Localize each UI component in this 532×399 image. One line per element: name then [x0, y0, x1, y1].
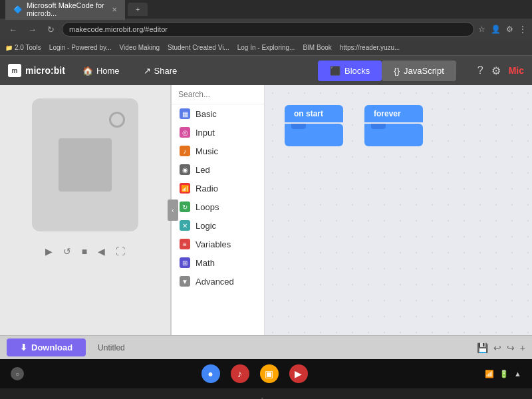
- time-display: ▲: [514, 370, 521, 378]
- taskbar-video[interactable]: ▶: [289, 364, 308, 383]
- bookmark-6[interactable]: BIM Book: [303, 44, 331, 51]
- advanced-icon: ▼: [180, 276, 190, 287]
- profile-icon[interactable]: 👤: [491, 25, 501, 34]
- share-icon: ↗: [144, 66, 151, 76]
- save-icon[interactable]: 💾: [477, 342, 488, 353]
- share-button[interactable]: ↗ Share: [137, 63, 184, 78]
- sim-device: [32, 98, 138, 231]
- app-logo: m micro:bit: [8, 64, 65, 77]
- back-btn[interactable]: ←: [5, 23, 21, 36]
- hp-logo: hp: [260, 396, 271, 399]
- menu-icon[interactable]: ⋮: [519, 25, 527, 34]
- taskbar-music[interactable]: ♪: [231, 364, 249, 383]
- sim-play-btn[interactable]: ▶: [43, 243, 55, 259]
- sim-circle: [109, 112, 125, 128]
- bookmark-2[interactable]: Login - Powered by...: [49, 44, 112, 51]
- sim-audio-btn[interactable]: ◀: [95, 243, 108, 259]
- wifi-icon: 📶: [485, 370, 494, 378]
- bookmark-5[interactable]: Log In - Exploring...: [237, 44, 295, 51]
- laptop-bezel: hp: [0, 388, 532, 399]
- loops-icon: ↻: [180, 201, 190, 212]
- home-button[interactable]: 🏠 Home: [76, 63, 126, 78]
- logo-text: micro:bit: [25, 65, 65, 76]
- category-logic[interactable]: ✕ Logic: [172, 216, 264, 235]
- header-tabs: ⬛ Blocks {} JavaScript: [318, 61, 456, 81]
- taskbar-files[interactable]: ▣: [260, 364, 279, 383]
- radio-icon: 📶: [180, 183, 190, 194]
- tab-blocks[interactable]: ⬛ Blocks: [318, 61, 382, 81]
- category-radio[interactable]: 📶 Radio: [172, 179, 264, 198]
- microsoft-logo: Mic: [509, 65, 524, 76]
- home-icon: 🏠: [82, 66, 93, 76]
- sim-screen: [59, 138, 112, 192]
- search-input[interactable]: [178, 90, 278, 99]
- sim-fullscreen-btn[interactable]: ⛶: [113, 243, 128, 259]
- zoom-in-icon[interactable]: +: [520, 342, 525, 353]
- forever-notch: [371, 124, 386, 129]
- tab-favicon: 🔷: [13, 5, 23, 14]
- sim-restart-btn[interactable]: ↺: [61, 243, 74, 259]
- tab-javascript[interactable]: {} JavaScript: [382, 61, 456, 81]
- tab-label: Microsoft MakeCode for micro:b...: [27, 1, 108, 17]
- taskbar: ○ ● ♪ ▣ ▶ 📶 🔋 ▲: [0, 359, 532, 388]
- undo-icon[interactable]: ↩: [493, 342, 501, 353]
- on-start-body: [285, 124, 343, 146]
- category-input[interactable]: ◎ Input: [172, 123, 264, 142]
- redo-icon[interactable]: ↪: [507, 342, 515, 353]
- app-header: m micro:bit 🏠 Home ↗ Share ⬛ Blocks {} J…: [0, 56, 532, 85]
- bookmark-7[interactable]: https://reader.yuzu...: [340, 44, 400, 51]
- bookmark-3[interactable]: Video Making: [120, 44, 160, 51]
- category-led[interactable]: ◉ Led: [172, 160, 264, 179]
- search-bar: 🔍: [172, 85, 264, 104]
- bookmark-folder-icon: 📁: [5, 45, 13, 51]
- blocks-icon: ⬛: [330, 66, 340, 76]
- math-icon: ⊞: [180, 257, 190, 268]
- reload-btn[interactable]: ↻: [44, 23, 58, 36]
- taskbar-right: 📶 🔋 ▲: [485, 370, 521, 378]
- address-bar[interactable]: makecode.microbit.org/#editor: [62, 22, 474, 37]
- taskbar-chrome[interactable]: ●: [201, 364, 220, 383]
- new-tab-btn[interactable]: +: [128, 3, 148, 16]
- header-right: ? ⚙ Mic: [477, 65, 524, 77]
- block-forever[interactable]: forever: [364, 105, 423, 146]
- category-math[interactable]: ⊞ Math: [172, 253, 264, 272]
- led-icon: ◉: [180, 164, 190, 175]
- music-icon: ♪: [180, 146, 190, 156]
- battery-icon: 🔋: [499, 370, 509, 378]
- editor-area[interactable]: on start forever: [265, 85, 532, 335]
- category-music[interactable]: ♪ Music: [172, 142, 264, 160]
- forever-body: [364, 124, 423, 146]
- taskbar-circle: ○: [11, 367, 24, 380]
- category-basic[interactable]: ▦ Basic: [172, 104, 264, 123]
- download-button[interactable]: ⬇ Download: [7, 338, 86, 356]
- category-advanced[interactable]: ▼ Advanced: [172, 272, 264, 291]
- bookmark-1[interactable]: 📁 2.0 Tools: [5, 44, 41, 51]
- help-icon[interactable]: ?: [477, 65, 483, 76]
- category-variables[interactable]: ≡ Variables: [172, 235, 264, 253]
- blocks-panel: 🔍 ▦ Basic ◎ Input ♪ Music ◉ Led 📶 Radio: [172, 85, 265, 335]
- sim-stop-btn[interactable]: ■: [79, 243, 90, 259]
- forward-btn[interactable]: →: [25, 23, 40, 36]
- block-on-start[interactable]: on start: [285, 105, 343, 146]
- active-tab[interactable]: 🔷 Microsoft MakeCode for micro:b... ✕: [5, 0, 125, 20]
- on-start-notch: [291, 124, 306, 129]
- logic-icon: ✕: [180, 220, 190, 231]
- bookmark-4[interactable]: Student Created Vi...: [168, 44, 229, 51]
- collapse-arrow[interactable]: ‹: [168, 200, 178, 221]
- settings-icon[interactable]: ⚙: [491, 65, 501, 77]
- js-icon: {}: [394, 66, 400, 76]
- category-loops[interactable]: ↻ Loops: [172, 198, 264, 216]
- bookmarks-bar: 📁 2.0 Tools Login - Powered by... Video …: [0, 40, 532, 56]
- main-content: ▶ ↺ ■ ◀ ⛶ ‹ 🔍 ▦ Basic ◎ Input ♪: [0, 85, 532, 335]
- bookmark-icon[interactable]: ☆: [478, 25, 485, 34]
- extensions-icon[interactable]: ⚙: [506, 25, 513, 34]
- sim-controls: ▶ ↺ ■ ◀ ⛶: [43, 243, 128, 259]
- project-name: Untitled: [98, 343, 125, 352]
- download-icon: ⬇: [20, 342, 27, 352]
- taskbar-icons: ● ♪ ▣ ▶: [35, 364, 474, 383]
- nav-icons: ☆ 👤 ⚙ ⋮: [478, 25, 527, 34]
- simulator-panel: ▶ ↺ ■ ◀ ⛶ ‹: [0, 85, 172, 335]
- basic-icon: ▦: [180, 108, 190, 119]
- logo-icon: m: [8, 64, 21, 77]
- tab-close-btn[interactable]: ✕: [112, 6, 117, 13]
